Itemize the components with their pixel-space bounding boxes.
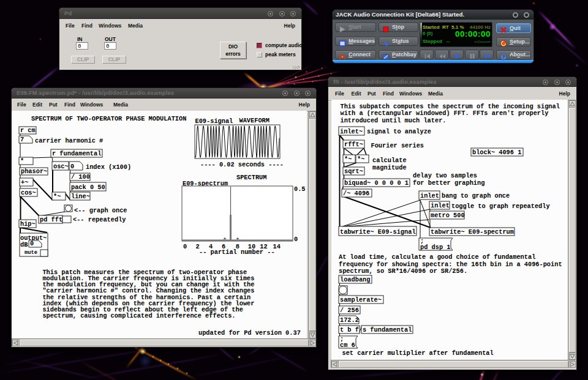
svg-text:sqrt~: sqrt~ xyxy=(344,168,363,175)
svg-text:E09-signal: E09-signal xyxy=(195,117,233,125)
svg-text:*~: *~ xyxy=(53,193,61,200)
svg-text:carrier harmonic #: carrier harmonic # xyxy=(35,137,103,144)
svg-text:mute: mute xyxy=(24,250,37,256)
svg-text:<-- repeatedly: <-- repeatedly xyxy=(73,216,126,223)
svg-text:for better graphing: for better graphing xyxy=(413,179,484,187)
svg-text:pack 0 50: pack 0 50 xyxy=(71,184,105,191)
svg-text:rfft~: rfft~ xyxy=(344,141,363,148)
svg-text:*: * xyxy=(20,157,24,165)
svg-text:/ 256: / 256 xyxy=(340,307,359,314)
svg-text:introduced until much later.: introduced until much later. xyxy=(341,117,447,124)
svg-text:loadbang: loadbang xyxy=(340,276,370,283)
svg-text:Fourier series: Fourier series xyxy=(371,142,424,149)
svg-text:0: 0 xyxy=(70,163,74,170)
svg-text:r fundamental: r fundamental xyxy=(52,150,101,157)
svg-text:-- partial number --: -- partial number -- xyxy=(199,248,275,256)
svg-text:<-- graph once: <-- graph once xyxy=(74,207,127,214)
svg-text:inlet~: inlet~ xyxy=(340,128,363,135)
svg-text:SPECTRUM: SPECTRUM xyxy=(236,174,266,181)
svg-text:cm 6: cm 6 xyxy=(340,341,355,349)
svg-text:with a (rectangular windowed): with a (rectangular windowed) FFT. FFTs … xyxy=(341,110,549,117)
svg-text:metro 500: metro 500 xyxy=(431,212,465,219)
svg-text:---- 0.02 seconds ----: ---- 0.02 seconds ---- xyxy=(200,161,284,168)
svg-text:This subpatch computes the spe: This subpatch computes the spectrum of t… xyxy=(341,103,560,110)
svg-text:bang to graph once: bang to graph once xyxy=(442,192,510,199)
svg-text:s fundamental: s fundamental xyxy=(363,326,412,333)
svg-text:phasor~: phasor~ xyxy=(21,168,47,175)
svg-text:index (x100): index (x100) xyxy=(86,163,131,171)
svg-text:7: 7 xyxy=(20,136,24,143)
svg-text:At load time, calculate a good: At load time, calculate a good choice of… xyxy=(339,253,535,261)
svg-text:frequency for showing spectra:: frequency for showing spectra: the 16th … xyxy=(339,261,562,268)
svg-text:172.2: 172.2 xyxy=(340,316,359,324)
svg-text:dB: dB xyxy=(20,241,28,248)
svg-text:samplerate~: samplerate~ xyxy=(340,296,382,304)
svg-text:r cm: r cm xyxy=(20,127,36,134)
svg-text:updated for Pd version 0.37: updated for Pd version 0.37 xyxy=(198,329,301,337)
svg-text:WAVEFORM: WAVEFORM xyxy=(239,117,270,124)
svg-text:*~: *~ xyxy=(357,155,364,163)
svg-text:0: 0 xyxy=(183,243,187,250)
svg-text:+~: +~ xyxy=(21,179,28,186)
svg-text:hip~: hip~ xyxy=(20,220,36,228)
svg-text:toggle to graph repeatedly: toggle to graph repeatedly xyxy=(451,203,550,210)
svg-text:tabwrite~ E09-spectrum: tabwrite~ E09-spectrum xyxy=(431,228,514,236)
svg-text:set carrier multiplier after f: set carrier multiplier after fundamental xyxy=(342,349,494,357)
svg-text:/~ 4096: /~ 4096 xyxy=(343,190,369,197)
svg-text:biquad~ 0 0 0 0 1: biquad~ 0 0 0 0 1 xyxy=(344,179,409,187)
svg-text:/ 100: / 100 xyxy=(71,173,90,181)
svg-text:inlet: inlet xyxy=(431,202,450,209)
svg-text:delay two samples: delay two samples xyxy=(413,172,477,179)
svg-text:calculate: calculate xyxy=(372,157,407,164)
svg-text:spectrum, so SR*16/4096 or SR/: spectrum, so SR*16/4096 or SR/256. xyxy=(339,267,467,275)
svg-text:line~: line~ xyxy=(71,193,90,200)
svg-text:*~: *~ xyxy=(344,155,352,163)
svg-text:pd dsp 1: pd dsp 1 xyxy=(420,244,450,251)
svg-text:signal to analyze: signal to analyze xyxy=(367,128,431,135)
svg-text:osc~: osc~ xyxy=(53,163,69,170)
svg-text:magnitude: magnitude xyxy=(372,164,407,171)
svg-text:tabwrite~ E09-signal: tabwrite~ E09-signal xyxy=(340,228,416,236)
svg-text:?: ? xyxy=(502,54,505,60)
svg-text:t b f: t b f xyxy=(340,326,359,333)
svg-text:0.5: 0.5 xyxy=(294,185,306,193)
svg-text:inlet: inlet xyxy=(420,192,439,199)
svg-text:pd fft: pd fft xyxy=(40,216,62,223)
svg-text:block~ 4096 1: block~ 4096 1 xyxy=(472,149,521,156)
svg-text:spectrum, causing complicated: spectrum, causing complicated interferen… xyxy=(42,312,235,319)
svg-text:SPECTRUM OF TWO-OPERATOR PHASE: SPECTRUM OF TWO-OPERATOR PHASE MODULATIO… xyxy=(31,115,186,122)
svg-text:cos~: cos~ xyxy=(21,189,36,196)
svg-text:0: 0 xyxy=(294,236,298,243)
svg-text:0: 0 xyxy=(30,240,34,247)
